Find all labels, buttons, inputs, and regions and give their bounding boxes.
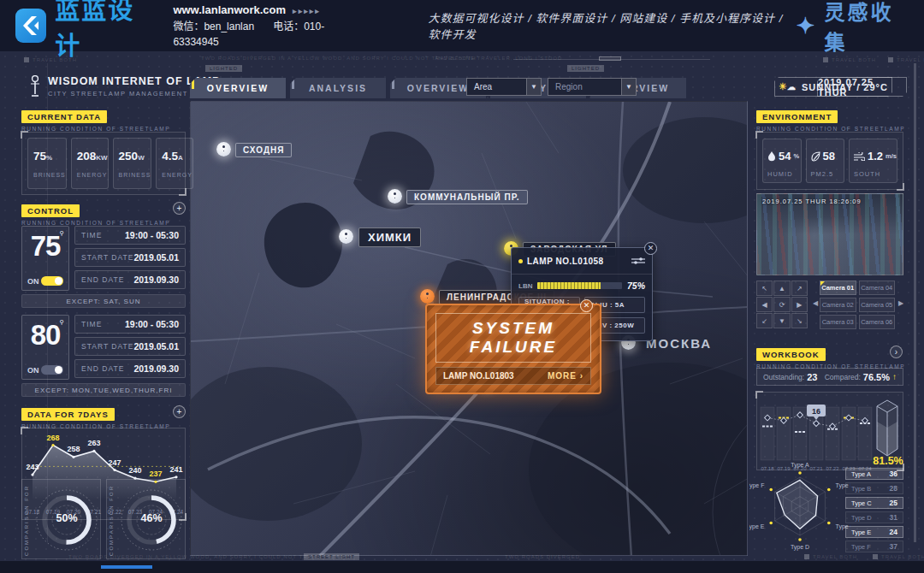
map-label-skhodnya[interactable]: СХОДНЯ <box>235 143 292 157</box>
workbook-percent: 81.5% <box>869 455 907 467</box>
svg-text:240: 240 <box>128 466 141 475</box>
capacity-cube <box>873 396 902 464</box>
popup-title: LAMP NO.L01058 <box>527 257 604 266</box>
camera-list-prev-icon[interactable]: ◀ <box>813 299 818 307</box>
camera-video-feed[interactable]: 2019.07.25 THUR 18:26:09 <box>756 193 903 275</box>
type-e-row[interactable]: Type E24 <box>845 526 903 538</box>
type-a-row[interactable]: Type A36 <box>845 468 903 480</box>
schedule-2-toggle[interactable] <box>41 365 63 375</box>
scrollbar[interactable] <box>914 63 916 542</box>
map-pin-skhodnya[interactable] <box>216 142 231 157</box>
type-f-row[interactable]: Type F37 <box>845 541 903 552</box>
brightness-level-1: ⚲ 75 ON <box>21 226 69 291</box>
camera-01-button[interactable]: Camera 01 <box>820 281 856 295</box>
more-button[interactable]: MORE › <box>548 371 583 381</box>
popup-close-icon[interactable]: ✕ <box>644 242 657 255</box>
camera-02-button[interactable]: Camera 02 <box>820 298 856 312</box>
services-list: 大数据可视化设计 / 软件界面设计 / 网站建设 / 手机及小程序设计 / 软件… <box>429 9 797 42</box>
gauge-1-value: 50% <box>34 512 99 524</box>
svg-text:258: 258 <box>67 445 80 453</box>
map-pin-khimki[interactable] <box>339 229 353 244</box>
svg-text:Type E: Type E <box>749 523 765 530</box>
svg-text:Type A: Type A <box>791 462 809 469</box>
workbook-more-button[interactable]: › <box>890 346 903 358</box>
svg-text:241: 241 <box>169 465 182 474</box>
type-d-row[interactable]: Type D31 <box>845 511 903 523</box>
current-data-tag: CURRENT DATA <box>21 110 107 123</box>
environment-subtitle: RUNNING CONDITION OF STREETLAMP <box>756 126 905 132</box>
map-pin-kommunalny[interactable] <box>388 189 402 204</box>
schedule-1-toggle[interactable] <box>41 276 63 286</box>
stat-briness-w: 250WBRINESS <box>113 138 152 189</box>
env-humidity: 54% HUMID <box>762 139 802 183</box>
pan-up-right-button[interactable]: ↗ <box>791 281 808 296</box>
lanlan-logo-icon <box>15 9 46 43</box>
alert-lamp-id: LAMP NO.L01803 <box>443 371 514 381</box>
camera-06-button[interactable]: Camera 06 <box>859 315 896 329</box>
alert-close-icon[interactable]: ✕ <box>580 299 593 312</box>
schedule-1-end-row: END DATE2019.09.30 <box>74 270 186 289</box>
alert-title: SYSTEM FAILURE <box>470 319 557 356</box>
schedule-1-time-row: TIME19:00 - 05:30 <box>74 226 186 245</box>
map-label-kommunalny[interactable]: КОММУНАЛЬНЫЙ ПР. <box>406 190 528 204</box>
deco-travel-both-3: TRAVEL BOTH <box>888 57 924 62</box>
schedule-1-except: EXCEPT: SAT, SUN <box>21 294 186 308</box>
environment-tag: ENVIRONMENT <box>756 110 838 123</box>
camera-03-button[interactable]: Camera 03 <box>820 315 856 329</box>
up-arrow-icon: ↑ <box>892 372 897 381</box>
pan-reset-button[interactable]: ⟳ <box>773 297 790 312</box>
current-data-panel: 75%BRINESS 208KWENERGY 250WBRINESS 4.5AE… <box>21 132 186 195</box>
current-data-subtitle: RUNNING CONDITION OF STREETLAMP <box>21 126 170 132</box>
camera-05-button[interactable]: Camera 05 <box>859 298 896 312</box>
map-pin-leningradskoe[interactable] <box>420 289 435 304</box>
schedule-2-start-row: START DATE2019.05.01 <box>74 337 186 356</box>
pan-right-button[interactable]: ▶ <box>791 297 808 312</box>
deco-lighted-tag-2: LIGHTED <box>567 65 604 72</box>
camera-list-next-icon[interactable]: ▶ <box>898 299 903 307</box>
spark-icon: ✦ <box>797 13 818 39</box>
area-select[interactable]: Area▼ <box>466 78 542 96</box>
camera-04-button[interactable]: Camera 04 <box>859 281 896 295</box>
pan-down-button[interactable]: ▼ <box>773 313 790 328</box>
type-radar-chart: Type AType BType CType DType EType F <box>749 460 850 556</box>
schedule-2-except: EXCEPT: MON,TUE,WED,THUR,FRI <box>21 383 186 397</box>
comparison-gauge-1: COMPARISON FOR 50% <box>21 479 101 559</box>
control-add-button[interactable]: + <box>173 202 186 215</box>
lbn-label: LBN <box>518 282 532 290</box>
lbn-percent: 75% <box>627 281 645 291</box>
wind-icon <box>854 152 865 161</box>
workbook-tag: WORKBOOK <box>756 348 826 361</box>
svg-text:243: 243 <box>26 463 38 471</box>
city-map[interactable]: СХОДНЯ КОММУНАЛЬНЫЙ ПР. ХИМКИ ЗАВОДСКАЯ … <box>190 101 748 556</box>
map-label-khimki[interactable]: ХИМКИ <box>358 227 421 247</box>
tab-analysis-1[interactable]: ANALYSIS <box>290 78 386 98</box>
pan-up-left-button[interactable]: ↖ <box>756 281 773 296</box>
arrows-decoration: ▸▸▸▸▸ <box>293 7 321 15</box>
svg-text:268: 268 <box>46 434 59 442</box>
svg-text:Type F: Type F <box>749 482 764 489</box>
svg-text:237: 237 <box>149 470 162 478</box>
cloud-icon: ☁ <box>787 82 797 92</box>
gauge-2-value: 46% <box>119 512 184 524</box>
brightness-level-2: ⚲ 80 ON <box>21 315 69 380</box>
sliders-icon[interactable] <box>631 253 645 269</box>
type-b-row[interactable]: Type B28 <box>845 482 903 494</box>
deco-poem-bottom-2: TWO ROADS DIVERGED <box>505 554 580 559</box>
pan-up-button[interactable]: ▲ <box>773 281 790 296</box>
brand-name: 蓝蓝设计 <box>55 0 151 62</box>
deco-lighted-tag-1: LIGHTED <box>205 65 242 72</box>
type-c-row[interactable]: Type C25 <box>845 497 903 509</box>
leaf-icon <box>811 151 820 162</box>
tab-overview-1[interactable]: OVERVIEW <box>190 78 286 98</box>
pan-down-right-button[interactable]: ↘ <box>791 313 808 328</box>
seven-days-add-button[interactable]: + <box>173 405 186 418</box>
pan-left-button[interactable]: ◀ <box>756 297 773 312</box>
collect-logo: ✦ 灵感收集 <box>797 0 905 56</box>
deco-poem-2: AND BE ONE TRAVELER, LONG I STOOD <box>435 56 562 61</box>
workbook-bar-chart: 07.1807.1907.2007.2107.2207.2307.2416 <box>759 393 875 470</box>
website-link[interactable]: www.lanlanwork.com <box>173 3 286 16</box>
brightness-bar[interactable] <box>537 282 622 289</box>
region-select[interactable]: Region▼ <box>548 78 637 96</box>
date-box: 2019.07.25 THUR <box>817 77 907 97</box>
pan-down-left-button[interactable]: ↙ <box>756 313 773 328</box>
